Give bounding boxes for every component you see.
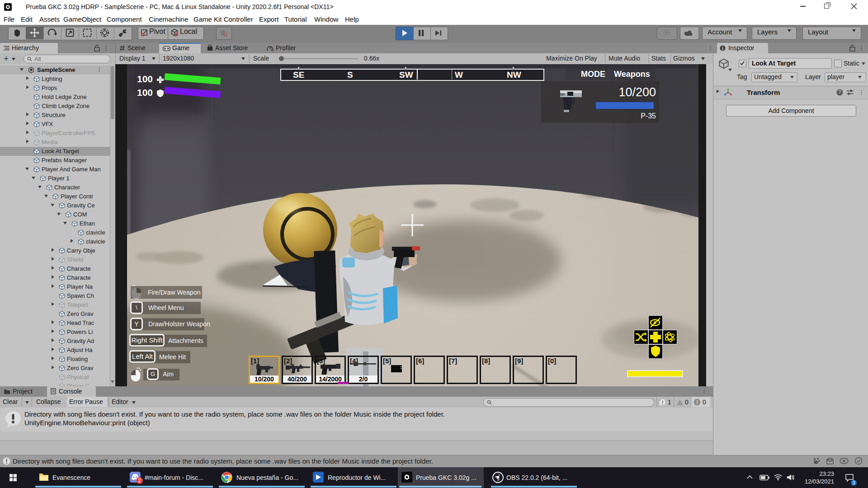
svg-text:?: ? bbox=[839, 90, 841, 95]
